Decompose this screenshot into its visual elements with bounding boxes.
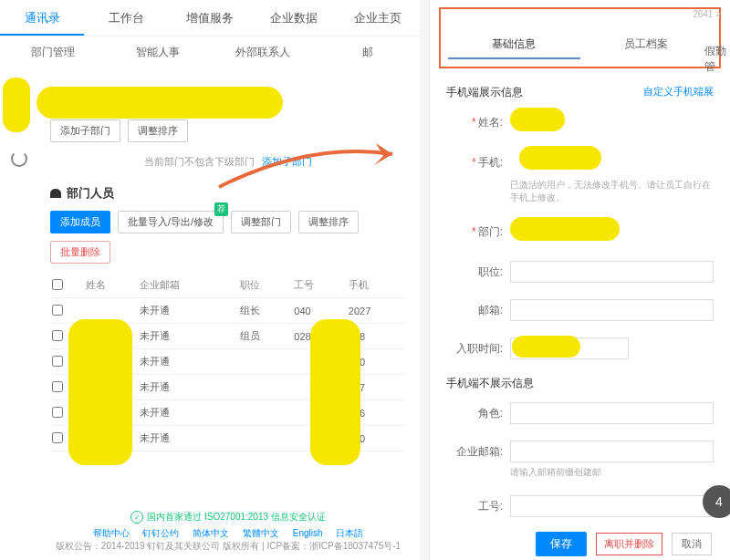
row-hire: 入职时间:: [446, 337, 714, 359]
cell-name: [84, 298, 138, 324]
link-zhcn[interactable]: 简体中文: [193, 528, 229, 538]
link-jp[interactable]: 日本語: [336, 528, 363, 538]
cell-no: [292, 426, 346, 451]
subtab-mail[interactable]: 邮: [315, 36, 420, 67]
link-zhtw[interactable]: 繁體中文: [243, 528, 279, 538]
leave-delete-button[interactable]: 离职并删除: [596, 533, 662, 555]
table-row[interactable]: 未开通817: [50, 375, 406, 400]
link-en[interactable]: English: [293, 528, 323, 538]
tab-homepage[interactable]: 企业主页: [336, 0, 420, 36]
cell-pos: [238, 349, 292, 375]
dept-buttons: 添加子部门 调整排序: [50, 119, 406, 142]
label-mail: 邮箱:: [446, 299, 503, 318]
row-checkbox[interactable]: [52, 305, 63, 316]
section-show-title: 手机端展示信息 自定义手机端展: [446, 85, 714, 100]
link-help[interactable]: 帮助中心: [93, 528, 130, 538]
cell-mail: 未开通: [138, 349, 238, 375]
label-emp-no: 工号:: [446, 495, 503, 514]
label-corp-mail: 企业邮箱:: [446, 441, 503, 460]
float-button[interactable]: 4: [703, 485, 730, 518]
cell-pos: 组员: [238, 324, 292, 349]
refresh-icon[interactable]: [11, 150, 27, 167]
save-button[interactable]: 保存: [536, 532, 587, 556]
empty-dept-link[interactable]: 添加子部门: [262, 156, 312, 167]
right-panel: 2641 > 基础信息 员工档案 假勤管 手机端展示信息 自定义手机端展 *姓名…: [429, 0, 730, 560]
tab-attendance[interactable]: 假勤管: [690, 40, 730, 78]
position-input[interactable]: [510, 261, 714, 283]
cell-name: [84, 349, 138, 375]
select-all-checkbox[interactable]: [52, 279, 63, 290]
col-mail: 企业邮箱: [138, 273, 238, 298]
main-tabs: 通讯录 工作台 增值服务 企业数据 企业主页: [0, 0, 420, 36]
add-sub-dept-button[interactable]: 添加子部门: [50, 119, 120, 142]
row-mail: 邮箱:: [446, 299, 714, 321]
cell-phone: 817: [347, 375, 406, 400]
row-checkbox[interactable]: [52, 330, 63, 341]
cell-mail: 未开通: [138, 375, 238, 400]
cell-phone: 970: [347, 426, 406, 451]
cell-phone: 2027: [347, 298, 406, 324]
row-checkbox[interactable]: [52, 407, 63, 418]
section-sub-dept: 下级部门: [50, 94, 406, 110]
row-checkbox[interactable]: [52, 432, 63, 443]
row-dept: *部门:: [446, 221, 714, 244]
table-row[interactable]: 未开通组员028308: [50, 324, 406, 349]
col-pos: 职位: [238, 273, 292, 298]
add-member-button[interactable]: 添加成员: [50, 211, 110, 233]
row-role: 角色:: [446, 402, 714, 424]
cell-phone: 816: [347, 400, 406, 426]
bottom-actions: 保存 离职并删除 取消: [536, 532, 712, 556]
panel-body: 手机端展示信息 自定义手机端展 *姓名: *手机: 已激活的用户，无法修改手机号…: [430, 68, 730, 517]
tab-data[interactable]: 企业数据: [252, 0, 336, 36]
copyright: 版权公告：2014-2019 钉钉及其关联公司 版权所有 | ICP备案：浙IC…: [36, 540, 420, 553]
link-agree[interactable]: 钉钉公约: [142, 528, 179, 538]
table-row[interactable]: 未开通970: [50, 426, 406, 451]
subtab-hr[interactable]: 智能人事: [105, 36, 210, 67]
row-position: 职位:: [446, 261, 714, 283]
label-hire: 入职时间:: [446, 337, 503, 357]
tab-contacts[interactable]: 通讯录: [0, 0, 84, 36]
batch-delete-button[interactable]: 批量删除: [50, 241, 110, 264]
row-corp-mail: 企业邮箱: 请输入邮箱前缀创建邮: [446, 441, 714, 479]
cell-mail: 未开通: [138, 426, 238, 451]
emp-no-input[interactable]: [510, 495, 714, 517]
section-people: 部门人员: [50, 185, 406, 202]
tab-workbench[interactable]: 工作台: [84, 0, 168, 36]
custom-display-link[interactable]: 自定义手机端展: [643, 85, 714, 99]
corp-mail-input[interactable]: [510, 441, 714, 462]
col-no: 工号: [292, 273, 346, 298]
row-checkbox[interactable]: [52, 381, 63, 392]
mail-input[interactable]: [510, 299, 714, 321]
col-phone: 手机: [347, 273, 406, 298]
cell-name: [84, 426, 138, 451]
move-dept-button[interactable]: 调整部门: [231, 211, 291, 233]
cell-name: [84, 375, 138, 400]
org-icon: [50, 96, 59, 109]
role-input[interactable]: [510, 402, 714, 424]
row-phone: *手机: 已激活的用户，无法修改手机号。请让员工自行在手机上修改。: [446, 151, 714, 204]
tab-vas[interactable]: 增值服务: [168, 0, 252, 36]
subtab-external[interactable]: 外部联系人: [210, 36, 315, 67]
cell-mail: 未开通: [138, 298, 238, 324]
tab-basic-info[interactable]: 基础信息: [448, 36, 580, 59]
subtab-dept[interactable]: 部门管理: [0, 36, 105, 67]
table-row[interactable]: 未开通530: [50, 349, 406, 375]
section-people-label: 部门人员: [67, 185, 114, 202]
sort-dept-button[interactable]: 调整排序: [128, 119, 188, 142]
cell-name: [84, 400, 138, 426]
table-row[interactable]: 未开通816: [50, 400, 406, 426]
cell-no: [292, 349, 346, 375]
label-role: 角色:: [446, 402, 503, 421]
row-checkbox[interactable]: [52, 356, 63, 367]
footer-links: 帮助中心 钉钉公约 简体中文 繁體中文 English 日本語: [36, 527, 420, 540]
right-top-box: 基础信息 员工档案: [439, 7, 721, 68]
cancel-button[interactable]: 取消: [672, 533, 712, 555]
table-row[interactable]: 未开通组长0402027: [50, 298, 406, 324]
section-hide-title: 手机端不展示信息: [446, 376, 714, 391]
batch-import-button[interactable]: 批量导入/导出/修改: [118, 211, 224, 233]
hire-date-input[interactable]: [510, 337, 629, 359]
sort-people-button[interactable]: 调整排序: [298, 211, 359, 233]
empty-dept-text: 当前部门不包含下级部门: [144, 156, 255, 167]
phone-hint: 已激活的用户，无法修改手机号。请让员工自行在手机上修改。: [510, 179, 714, 204]
footer: 国内首家通过 ISO27001:2013 信息安全认证 帮助中心 钉钉公约 简体…: [36, 503, 420, 560]
